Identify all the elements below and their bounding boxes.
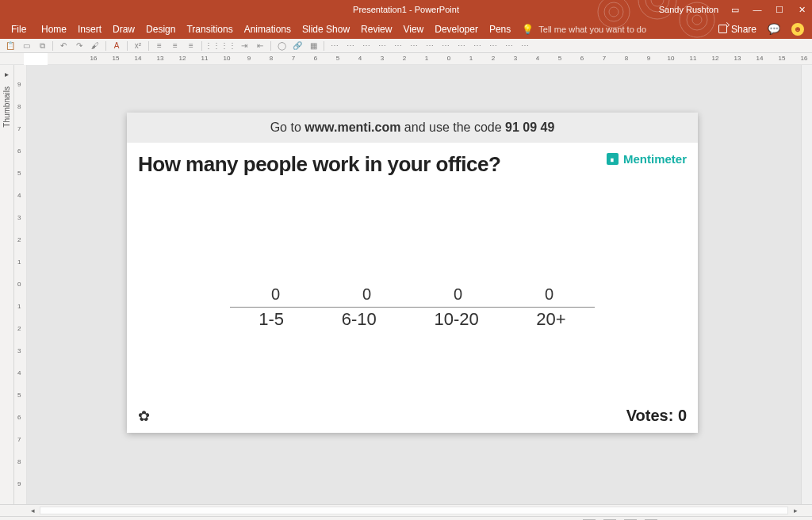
tab-animations[interactable]: Animations [244, 24, 291, 35]
qat-more-7[interactable]: ⋯ [424, 40, 435, 52]
ruler-h-tick: 13 [734, 55, 741, 62]
tab-list: Home Insert Draw Design Transitions Anim… [41, 24, 511, 35]
slide-canvas[interactable]: Go to www.menti.com and use the code 91 … [27, 65, 812, 504]
tab-insert[interactable]: Insert [78, 24, 102, 35]
qat-more-3[interactable]: ⋯ [361, 40, 372, 52]
tab-view[interactable]: View [403, 24, 423, 35]
ruler-h-tick: 3 [381, 55, 384, 62]
tab-design[interactable]: Design [146, 24, 175, 35]
gear-icon[interactable]: ✿ [138, 407, 150, 425]
qat-superscript-icon[interactable]: x² [132, 40, 144, 52]
ruler-h-tick: 11 [201, 55, 209, 62]
close-icon[interactable]: ✕ [796, 5, 807, 15]
qat-format-painter-icon[interactable]: 🖌 [90, 40, 101, 52]
qat-screenshot-icon[interactable]: ⧉ [36, 40, 48, 52]
vertical-scrollbar[interactable] [801, 65, 812, 504]
instr-prefix: Go to [270, 120, 305, 134]
comments-icon[interactable]: 💬 [768, 23, 780, 35]
qat-indent-icon[interactable]: ⇥ [239, 40, 250, 52]
tab-pens[interactable]: Pens [489, 24, 511, 35]
ruler-h-tick: 10 [668, 55, 675, 62]
main-area: ▸ Thumbnails 9876543210123456789 Go to w… [0, 65, 812, 504]
tab-slide-show[interactable]: Slide Show [302, 24, 350, 35]
qat-shapes-icon[interactable]: ◯ [276, 40, 287, 52]
titlebar-right: Sandy Rushton ▭ — ☐ ✕ [659, 5, 807, 15]
qat-font-color-icon[interactable]: A [111, 40, 122, 52]
qat-more-5[interactable]: ⋯ [393, 40, 404, 52]
qat-table-icon[interactable]: ▦ [308, 40, 319, 52]
tab-transitions[interactable]: Transitions [186, 24, 232, 35]
ruler-v-tick: 8 [17, 458, 21, 465]
chart-value: 0 [362, 285, 371, 304]
scroll-track[interactable] [40, 507, 788, 514]
separator [105, 41, 106, 51]
qat-more-8[interactable]: ⋯ [440, 40, 451, 52]
ruler-h-tick: 14 [756, 55, 764, 62]
ruler-h-tick: 16 [801, 55, 808, 62]
qat-more-1[interactable]: ⋯ [329, 40, 340, 52]
file-tab[interactable]: File [0, 24, 36, 35]
qat-align-right-icon[interactable]: ≡ [186, 40, 197, 52]
tab-developer[interactable]: Developer [435, 24, 478, 35]
ruler-v-tick: 1 [17, 258, 21, 266]
qat-more-2[interactable]: ⋯ [345, 40, 356, 52]
qat-bullets-icon[interactable]: ⋮⋮ [207, 40, 218, 52]
svg-point-2 [609, 7, 619, 17]
chart-value: 0 [545, 285, 553, 304]
instr-mid: and use the code [400, 120, 505, 134]
ruler-v-tick: 3 [17, 214, 21, 221]
qat-more-4[interactable]: ⋯ [377, 40, 388, 52]
instr-code: 91 09 49 [505, 120, 554, 134]
question-row: How many people work in your office? ∎ M… [138, 152, 687, 177]
qat-undo-icon[interactable]: ↶ [58, 40, 69, 52]
slide[interactable]: Go to www.menti.com and use the code 91 … [127, 113, 698, 433]
tab-draw[interactable]: Draw [113, 24, 135, 35]
ruler-h-tick: 15 [113, 55, 120, 62]
ruler-h-tick: 9 [647, 55, 650, 62]
ruler-h-tick: 6 [314, 55, 317, 62]
ruler-h-tick: 8 [625, 55, 628, 62]
scroll-right-icon[interactable]: ▸ [790, 507, 801, 514]
expand-thumbnails-icon: ▸ [5, 70, 9, 78]
qat-more-9[interactable]: ⋯ [456, 40, 467, 52]
qat-link-icon[interactable]: 🔗 [292, 40, 303, 52]
titlebar: Presentation1 - PowerPoint Sandy Rushton… [0, 0, 812, 19]
lightbulb-icon: 💡 [522, 24, 534, 35]
ruler-h-tick: 12 [712, 55, 719, 62]
qat-new-slide-icon[interactable]: ▭ [21, 40, 32, 52]
ruler-v-tick: 7 [17, 436, 21, 443]
qat-more-12[interactable]: ⋯ [504, 40, 515, 52]
qat-outdent-icon[interactable]: ⇤ [255, 40, 266, 52]
maximize-icon[interactable]: ☐ [774, 5, 785, 15]
ribbon-display-options-icon[interactable]: ▭ [730, 5, 741, 15]
horizontal-scrollbar[interactable]: ◂ ▸ [0, 504, 812, 516]
qat-more-11[interactable]: ⋯ [488, 40, 499, 52]
share-button[interactable]: Share [718, 24, 756, 35]
qat-align-center-icon[interactable]: ≡ [170, 40, 181, 52]
ruler-v-tick: 9 [17, 81, 21, 88]
chart-category: 6-10 [342, 309, 377, 330]
qat-more-10[interactable]: ⋯ [472, 40, 483, 52]
ruler-v-tick: 1 [17, 303, 21, 310]
tab-review[interactable]: Review [361, 24, 392, 35]
ruler-horizontal[interactable]: 1615141312111098765432101234567891011121… [48, 53, 812, 65]
qat-more-13[interactable]: ⋯ [519, 40, 530, 52]
qat-redo-icon[interactable]: ↷ [74, 40, 85, 52]
qat-numbering-icon[interactable]: ⋮⋮ [223, 40, 234, 52]
ruler-h-tick: 1 [469, 55, 473, 62]
tab-home[interactable]: Home [41, 24, 67, 35]
ruler-h-tick: 12 [179, 55, 186, 62]
votes-label: Votes: [626, 407, 678, 424]
chart-categories-row: 1-5 6-10 10-20 20+ [230, 309, 595, 330]
ruler-h-tick: 2 [403, 55, 406, 62]
scroll-left-icon[interactable]: ◂ [27, 507, 38, 514]
thumbnails-pane-collapsed[interactable]: ▸ Thumbnails [0, 65, 14, 504]
ruler-vertical[interactable]: 9876543210123456789 [14, 65, 27, 504]
minimize-icon[interactable]: — [752, 5, 763, 14]
window-title: Presentation1 - PowerPoint [353, 5, 459, 14]
qat-paste-icon[interactable]: 📋 [5, 40, 16, 52]
emoji-icon[interactable]: ☻ [791, 23, 804, 36]
status-bar: Slide 1 of 1 ▢ ≡ Notes ▭ ▦ ▭ ▭ − + 80% ⛶ [0, 516, 812, 520]
qat-align-left-icon[interactable]: ≡ [154, 40, 165, 52]
qat-more-6[interactable]: ⋯ [408, 40, 419, 52]
